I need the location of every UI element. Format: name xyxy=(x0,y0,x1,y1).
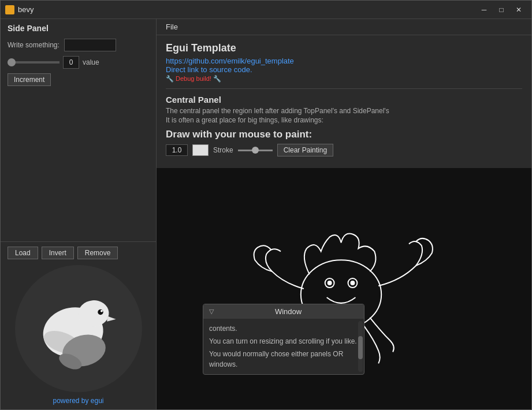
floating-window-title-bar[interactable]: ▽ Window xyxy=(203,304,364,319)
window-controls: ─ □ ✕ xyxy=(476,2,527,18)
stroke-value-input[interactable] xyxy=(166,144,188,156)
canvas-area[interactable]: ▽ Window contents. You can turn on resiz… xyxy=(157,168,531,409)
write-label: Write something: xyxy=(8,41,59,49)
write-input[interactable] xyxy=(64,39,116,51)
increment-button[interactable]: Increment xyxy=(8,73,51,86)
main-content: Side Panel Write something: 0 value Incr… xyxy=(1,19,531,409)
close-button[interactable]: ✕ xyxy=(511,2,527,18)
value-label: value xyxy=(83,58,99,66)
slider-row: 0 value xyxy=(8,56,149,69)
window-title: bevy xyxy=(18,5,476,14)
minimize-button[interactable]: ─ xyxy=(476,2,492,18)
section-divider xyxy=(166,88,522,89)
central-panel-title: Central Panel xyxy=(166,95,522,105)
floating-window-title: Window xyxy=(218,307,358,316)
right-panel: File Egui Template https://github.com/em… xyxy=(157,19,531,409)
scrollbar[interactable] xyxy=(358,321,363,372)
svg-marker-3 xyxy=(107,316,116,322)
stroke-slider[interactable] xyxy=(238,150,273,151)
egui-title: Egui Template xyxy=(166,42,522,54)
maximize-button[interactable]: □ xyxy=(493,2,509,18)
bevy-logo-circle xyxy=(15,265,142,392)
invert-button[interactable]: Invert xyxy=(42,247,74,259)
float-line-2: You can turn on resizing and scrolling i… xyxy=(209,336,358,346)
floating-window[interactable]: ▽ Window contents. You can turn on resiz… xyxy=(203,304,364,375)
app-icon xyxy=(5,5,14,14)
scrollbar-thumb[interactable] xyxy=(358,336,363,359)
draw-title: Draw with your mouse to paint: xyxy=(166,129,522,140)
value-box: 0 xyxy=(63,56,79,69)
central-desc-1: The central panel the region left after … xyxy=(166,107,522,115)
bottom-section: Load Invert Remove xyxy=(1,241,156,409)
svg-point-5 xyxy=(101,310,103,312)
remove-button[interactable]: Remove xyxy=(77,247,118,259)
bevy-logo-svg xyxy=(24,274,133,383)
paint-controls: Stroke Clear Painting xyxy=(166,144,522,156)
svg-point-4 xyxy=(98,310,103,315)
side-panel: Side Panel Write something: 0 value Incr… xyxy=(1,19,157,409)
right-content: Egui Template https://github.com/emilk/e… xyxy=(157,35,531,168)
menu-bar: File xyxy=(157,19,531,35)
load-button[interactable]: Load xyxy=(8,247,38,259)
powered-by-label: powered by egui xyxy=(8,397,149,405)
svg-point-11 xyxy=(328,281,332,285)
svg-point-12 xyxy=(351,281,354,285)
title-bar: bevy ─ □ ✕ xyxy=(1,1,531,19)
stroke-label: Stroke xyxy=(213,146,233,154)
main-window: bevy ─ □ ✕ Side Panel Write something: 0… xyxy=(0,0,532,410)
collapse-icon[interactable]: ▽ xyxy=(209,308,214,315)
clear-painting-button[interactable]: Clear Painting xyxy=(277,144,333,156)
write-row: Write something: xyxy=(8,39,149,51)
action-buttons: Load Invert Remove xyxy=(8,247,149,259)
value-slider[interactable] xyxy=(8,61,59,64)
source-link[interactable]: Direct link to source code. xyxy=(166,65,522,74)
color-swatch[interactable] xyxy=(192,144,209,156)
float-line-1: contents. xyxy=(209,323,358,334)
side-panel-header: Side Panel xyxy=(1,19,156,35)
github-link[interactable]: https://github.com/emilk/egui_template xyxy=(166,57,522,65)
float-line-3: You would normally chose either panels O… xyxy=(209,349,358,370)
floating-window-body: contents. You can turn on resizing and s… xyxy=(203,319,364,374)
side-panel-content: Write something: 0 value Increment xyxy=(1,35,156,241)
central-desc-2: It is often a great place for big things… xyxy=(166,116,522,124)
debug-badge: 🔧 Debug build! 🔧 xyxy=(166,75,221,83)
menu-file[interactable]: File xyxy=(161,21,183,32)
